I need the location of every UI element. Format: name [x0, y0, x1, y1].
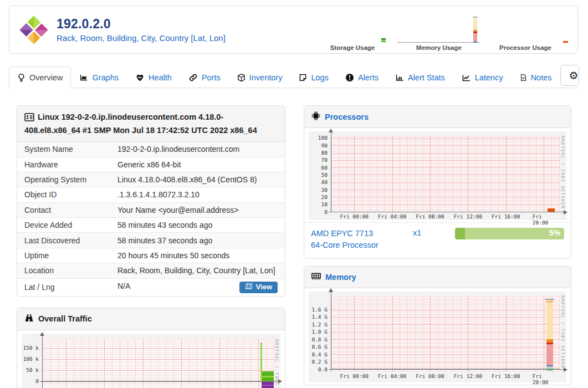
axis-arrow [564, 210, 567, 215]
heartbeat-icon [135, 74, 145, 82]
mini-graph-processor[interactable]: Processor Usage [482, 14, 569, 52]
tab-alert-stats[interactable]: Alert Stats [387, 67, 453, 88]
tab-ports[interactable]: Ports [180, 67, 229, 88]
y-axis-tick: 0.8 G [309, 336, 328, 343]
row-value: 192-0-2-0.ip.linodeusercontent.com [110, 142, 285, 157]
data-line [546, 365, 553, 366]
gridline [385, 136, 385, 212]
device-header-card: 192.0.2.0 Rack, Room, Building, City, Co… [9, 6, 578, 54]
mini-graph-mark [473, 42, 477, 43]
processors-graph[interactable]: Fri 00:00Fri 04:00Fri 08:00Fri 12:00Fri … [309, 131, 566, 220]
gridline [339, 295, 340, 371]
tab-graphs[interactable]: Graphs [71, 67, 127, 88]
gridline [551, 136, 552, 212]
row-label: Lat / Lng [17, 278, 110, 296]
tab-overview[interactable]: Overview [9, 67, 71, 88]
gridline [430, 136, 431, 212]
device-ip: 192.0.2.0 [57, 17, 226, 32]
mini-graph-memory[interactable]: Memory Usage [396, 14, 482, 52]
cpu-name-link[interactable]: AMD EPYC 7713 64-Core Processor [311, 228, 398, 251]
processors-card-header: Processors [304, 106, 571, 128]
row-value: Your Name <your@email.address> [110, 202, 285, 217]
gridline [475, 136, 476, 212]
gridline [354, 295, 355, 371]
row-value: N/AView [110, 278, 285, 296]
mini-graph-mark [397, 42, 479, 43]
x-axis-tick: Fri 12:00 [454, 373, 482, 379]
gridline [438, 295, 438, 371]
gridline [529, 136, 529, 212]
gridline [331, 160, 560, 161]
gridline [461, 136, 461, 212]
axis-arrow [329, 288, 333, 292]
row-label: Object ID [17, 187, 110, 202]
gridline [490, 136, 491, 212]
y-axis-tick: 10 [309, 201, 328, 207]
traffic-card: Overall Traffic 050 k100 k150 kRRDTOOL /… [17, 308, 285, 388]
gridline [370, 136, 370, 212]
gridline [331, 175, 560, 175]
processor-list-item: AMD EPYC 7713 64-Core Processor x1 5% [304, 222, 571, 258]
tab-label: Ports [202, 73, 221, 82]
row-label: Operating System [17, 172, 110, 187]
y-axis-tick: 100 [309, 135, 328, 141]
data-line [546, 301, 553, 302]
y-axis-tick: 150 k [22, 345, 39, 351]
view-button[interactable]: View [239, 282, 278, 293]
tab-logs[interactable]: Logs [290, 67, 336, 88]
tab-inventory[interactable]: Inventory [229, 67, 291, 88]
tab-health[interactable]: Health [127, 67, 180, 88]
y-axis-tick: 1.2 G [309, 321, 328, 328]
mini-graph-mark [473, 33, 477, 42]
y-axis-tick: 1.0 G [309, 329, 328, 335]
tab-label: Notes [531, 73, 552, 82]
gridline [498, 136, 499, 212]
y-axis-tick: 0 [22, 378, 39, 384]
x-axis-tick: Fri 16:00 [492, 213, 520, 219]
mini-graph-mark [563, 41, 568, 43]
tab-notes[interactable]: Notes [512, 67, 560, 88]
gridline [453, 295, 453, 371]
gridline [43, 370, 274, 371]
y-axis-tick: 50 [309, 172, 328, 178]
gridline [415, 136, 416, 212]
gridline [506, 136, 507, 212]
settings-button[interactable]: ⚙ [561, 65, 579, 85]
gridline [461, 295, 461, 371]
tab-latency[interactable]: Latency [453, 67, 512, 88]
gridline [43, 359, 274, 360]
gridline [331, 339, 560, 340]
gridline [544, 136, 544, 212]
gridline [385, 295, 385, 371]
device-location-link[interactable]: Rack, Room, Building, City, Country [Lat… [57, 33, 226, 43]
line-chart-icon [462, 74, 471, 82]
table-row: Lat / LngN/AView [17, 278, 285, 296]
rrdtool-watermark: RRDTOOL / TOBI OETIKER [560, 295, 565, 369]
gridline [331, 197, 560, 197]
gridline [331, 145, 560, 146]
cpu-usage-bar-fill [455, 228, 465, 239]
gridline [362, 136, 362, 212]
gridline [407, 295, 408, 371]
y-axis [42, 336, 43, 388]
x-axis-tick: Fri 04:00 [378, 373, 406, 379]
gridline [422, 295, 423, 371]
gridline [453, 136, 453, 212]
gridline [377, 295, 377, 371]
tab-alerts[interactable]: Alerts [337, 67, 387, 88]
table-row: HardwareGeneric x86 64-bit [17, 157, 285, 172]
gridline [422, 136, 423, 212]
tab-label: Alerts [358, 73, 379, 82]
mini-graph-storage[interactable]: Storage Usage [309, 14, 396, 52]
gridline [370, 295, 370, 371]
memory-graph[interactable]: Fri 00:00Fri 04:00Fri 08:00Fri 12:00Fri … [309, 292, 566, 382]
gridline [430, 295, 431, 371]
gridline [468, 295, 468, 371]
gridline [536, 295, 536, 371]
mini-graph-label: Memory Usage [396, 44, 482, 51]
area-chart-icon [79, 74, 88, 82]
gear-icon: ⚙ [569, 69, 579, 82]
overall-traffic-graph[interactable]: 050 k100 k150 kRRDTOOL / TOBI OETIKER [22, 334, 280, 388]
row-value: 58 minutes 37 seconds ago [110, 233, 285, 248]
x-axis-tick: Fri 08:00 [416, 213, 444, 219]
